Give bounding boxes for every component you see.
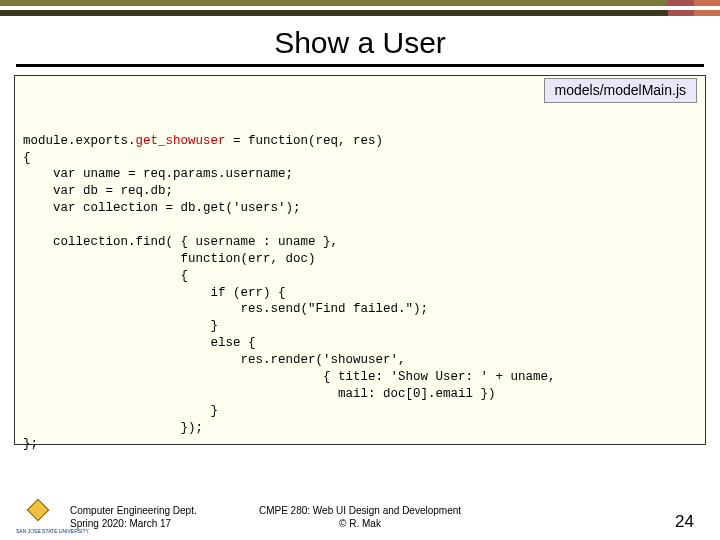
page-number: 24 xyxy=(675,512,694,532)
footer-course: CMPE 280: Web UI Design and Development … xyxy=(259,504,461,530)
title-underline xyxy=(16,64,704,67)
code-block: models/modelMain.js module.exports.get_s… xyxy=(14,75,706,445)
footer-dept: Computer Engineering Dept. Spring 2020: … xyxy=(70,504,197,530)
filename-label: models/modelMain.js xyxy=(544,78,698,103)
slide-footer: SAN JOSE STATE UNIVERSITY Computer Engin… xyxy=(0,502,720,532)
slide-title: Show a User xyxy=(0,26,720,60)
sjsu-logo: SAN JOSE STATE UNIVERSITY xyxy=(20,502,60,532)
header-bars xyxy=(0,0,720,16)
